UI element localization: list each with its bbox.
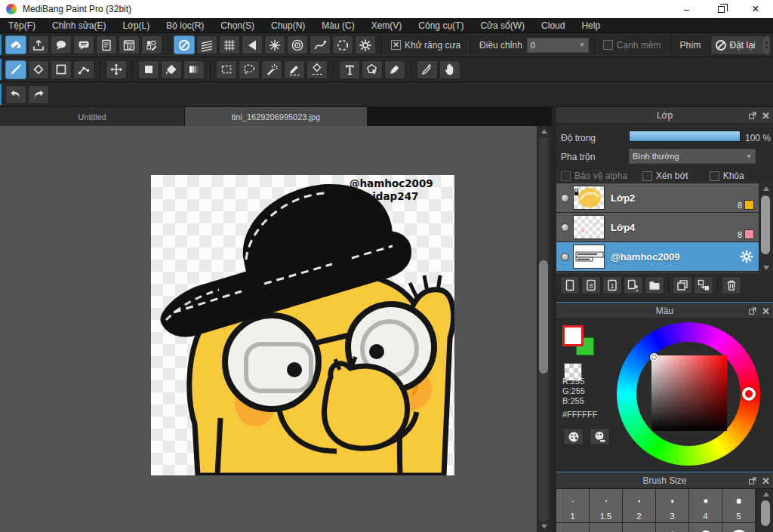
saturation-value-square[interactable] [651,355,727,431]
menu-item-9[interactable]: Cửa sổ(W) [472,18,533,33]
layer-8bit-button[interactable]: 8 [581,276,601,294]
transfer-layer-button[interactable] [694,276,713,294]
select-pen-button[interactable] [284,60,305,79]
menu-item-4[interactable]: Chọn(S) [212,18,263,33]
alpha-protect-checkbox[interactable]: Bảo vệ alpha [561,171,627,181]
brush-panel-scrollbar[interactable] [759,489,772,532]
material-panel-button[interactable] [119,35,140,54]
parallel-snap-button[interactable] [196,35,217,54]
select-rect-button[interactable] [216,60,237,79]
lasso-button[interactable] [239,60,260,79]
blend-dropdown[interactable]: Bình thường ▼ [629,149,756,164]
canvas-scrollbar-thumb[interactable] [539,260,548,374]
menu-item-2[interactable]: Lớp(L) [114,18,158,33]
lock-checkbox[interactable]: Khóa [710,171,744,181]
menu-item-0[interactable]: Tệp(F) [0,18,44,33]
brush-size-cell[interactable]: 1 [556,489,590,523]
clipping-checkbox[interactable]: Xén bớt [642,171,688,181]
pen-knife-button[interactable] [384,60,405,79]
close-panel-icon[interactable]: ✕ [762,110,770,121]
canvas-vertical-scrollbar[interactable] [537,126,550,532]
duplicate-layer-button[interactable] [673,276,692,294]
document-button[interactable] [96,35,117,54]
layer-row[interactable]: Lớp28 [556,183,759,213]
no-correction-button[interactable] [174,35,195,54]
menu-item-1[interactable]: Chỉnh sửa(E) [44,18,114,33]
layer-list-scrollbar[interactable] [759,183,772,273]
gradient-button[interactable] [183,60,205,79]
fill-rect-button[interactable] [138,60,159,79]
hue-cursor[interactable] [742,387,756,401]
soft-edge-checkbox[interactable]: Cạnh mềm [603,40,661,51]
brush-size-cell[interactable]: 1.5 [590,489,623,523]
close-button[interactable]: × [738,0,773,18]
layer-visibility-toggle[interactable] [561,223,569,232]
scroll-up-icon[interactable] [537,126,550,137]
layer-thumbnail[interactable] [573,215,605,239]
chat-button[interactable] [73,35,94,54]
tab-untitled[interactable]: Untitled [0,107,185,126]
layer-visibility-toggle[interactable] [561,194,569,202]
grid-snap-button[interactable] [219,35,240,54]
palette-edit-button[interactable] [141,35,162,54]
tab-tini-image[interactable]: tini_1629206995023.jpg [185,107,367,126]
layer-row[interactable]: @hamhoc2009 [556,242,759,272]
layer-scrollbar-thumb[interactable] [761,195,770,254]
antialias-checkbox[interactable]: ✕ Khử răng cưa [391,40,460,51]
layer-thumbnail[interactable] [573,244,605,269]
toolbar-grip[interactable] [763,36,770,54]
menu-item-5[interactable]: Chụp(N) [263,18,313,33]
menu-item-3[interactable]: Bộ lọc(R) [158,18,212,33]
undo-button[interactable] [5,85,26,104]
vanish-snap-button[interactable] [242,35,263,54]
menu-item-6[interactable]: Màu (C) [313,18,362,33]
redo-button[interactable] [28,85,49,104]
brush-size-cell[interactable]: 5 [722,489,756,523]
brush-size-cell[interactable]: 2 [623,489,656,523]
layer-visibility-toggle[interactable] [561,253,569,261]
operation-button[interactable] [362,60,383,79]
bucket-button[interactable] [161,60,182,79]
hand-button[interactable] [439,60,460,79]
new-layer-button[interactable] [560,276,580,294]
popout-icon[interactable] [748,306,757,315]
cloud-sync-button[interactable] [5,35,26,54]
add-layer-menu-button[interactable] [624,276,643,294]
publish-button[interactable] [28,35,49,54]
popout-icon[interactable] [748,111,757,120]
frame-button[interactable] [51,60,72,79]
scroll-down-icon[interactable] [537,521,550,532]
menu-item-8[interactable]: Công cụ(T) [410,18,472,33]
menu-item-10[interactable]: Cloud [533,18,573,33]
brush-button[interactable] [5,60,26,79]
menu-item-11[interactable]: Help [573,18,608,33]
reset-button[interactable]: Đặt lại [710,35,764,55]
canvas-artwork[interactable]: @hamhoc2009 #hoidap247 [151,175,454,475]
text-button[interactable] [339,60,360,79]
minimize-button[interactable]: – [669,0,704,18]
snap-settings-button[interactable] [355,35,376,54]
comment-button[interactable] [51,35,72,54]
close-panel-icon[interactable]: ✕ [762,306,770,317]
radial-snap-button[interactable] [264,35,285,54]
ellipse-snap-button[interactable] [332,35,353,54]
restore-button[interactable] [704,0,738,18]
select-eraser-button[interactable] [306,60,328,79]
palette-bar-button[interactable] [590,428,610,445]
hue-wheel[interactable] [617,322,760,466]
eyedropper-button[interactable] [417,60,438,79]
brush-size-cell[interactable]: 3 [656,489,689,523]
palette-button[interactable] [563,428,584,445]
opacity-slider[interactable] [629,131,741,142]
adjust-dropdown[interactable]: 0 ▼ [527,38,589,53]
layer-row[interactable]: Lớp48 [556,213,759,242]
move-button[interactable] [106,60,127,79]
curve-snap-button[interactable] [310,35,331,54]
foreground-color-swatch[interactable] [562,325,584,346]
brush-size-cell[interactable]: 4 [689,489,722,523]
brush-scrollbar-thumb[interactable] [761,500,770,526]
sv-cursor[interactable] [650,353,658,361]
layer-settings-gear-icon[interactable] [739,249,754,267]
popout-icon[interactable] [748,476,757,485]
concentric-snap-button[interactable] [287,35,308,54]
